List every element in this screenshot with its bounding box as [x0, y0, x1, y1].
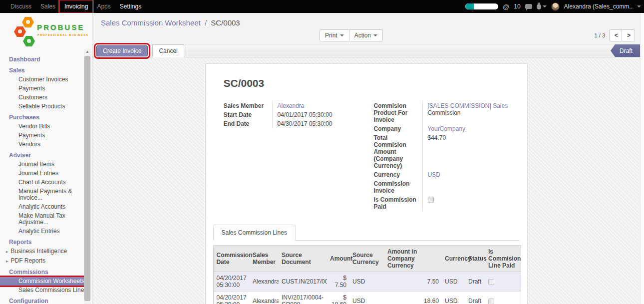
sidebar-item-sales-commissions-lines[interactable]: Sales Commissions Lines	[0, 286, 92, 295]
line-paid-checkbox[interactable]	[488, 299, 494, 304]
sidebar-item-payments[interactable]: Payments	[0, 131, 92, 140]
field-label-company: Company	[374, 124, 422, 133]
field-link-commision-product-for-invoice[interactable]: [SALES COMMISSION] Sales	[428, 102, 508, 109]
activity-at-icon[interactable]: @	[503, 3, 509, 10]
debug-menu[interactable]	[537, 3, 547, 9]
sidebar-item-chart-of-accounts[interactable]: Chart of Accounts	[0, 178, 92, 187]
planner-progressbar[interactable]	[465, 3, 498, 9]
sidebar-item-journal-items[interactable]: Journal Items	[0, 160, 92, 169]
cancel-button[interactable]: Cancel	[152, 44, 184, 57]
logo-hexagon-tool-icon	[23, 36, 35, 46]
action-button[interactable]: Action	[349, 29, 383, 41]
menu-invoicing[interactable]: Invoicing	[60, 0, 92, 12]
cell-amount_company: 7.50	[384, 272, 442, 292]
print-chevron-icon	[340, 34, 344, 38]
column-header-source-currency[interactable]: Source Currency	[349, 246, 384, 272]
field-label-total-commision-amount-company-currency: Total Commision Amount (Company Currency…	[374, 133, 422, 170]
field-value-commision-product-for-invoice: [SALES COMMISSION] Sales Commission	[422, 101, 509, 124]
column-header-status[interactable]: Status	[465, 246, 485, 272]
form-sheet: SC/0003 Sales MemberAlexandraStart Date0…	[205, 63, 528, 304]
sidebar-item-payments[interactable]: Payments	[0, 84, 92, 93]
sidebar-item-business-intelligence[interactable]: ▸Business Intelligence	[0, 247, 92, 256]
pager-next-button[interactable]: >	[622, 29, 635, 41]
avatar[interactable]	[551, 2, 560, 11]
sidebar-item-label: Manual Payments & Invoice...	[18, 188, 72, 201]
pager-previous-button[interactable]: <	[609, 29, 622, 41]
checkbox-is-commission-paid[interactable]	[428, 197, 434, 203]
sidebar-item-make-manual-tax-adjustme[interactable]: Make Manual Tax Adjustme...	[0, 212, 92, 227]
table-row[interactable]: 04/20/2017 05:30:00AlexandraINV/2017/000…	[213, 292, 521, 304]
menu-apps[interactable]: Apps	[92, 0, 115, 12]
user-menu[interactable]: Alexandra (Sales_comm..	[564, 3, 633, 10]
field-link-company[interactable]: YourCompany	[428, 125, 466, 132]
sidebar-item-label: Purchases	[9, 114, 39, 121]
page-scrollbar[interactable]	[640, 13, 644, 304]
field-value-sales-member: Alexandra	[272, 101, 359, 110]
logo-hexagon-search-icon	[14, 26, 26, 37]
sidebar-item-label: Sales Commissions Lines	[18, 287, 87, 294]
breadcrumb: Sales Commission Worksheet / SC/0003	[92, 13, 640, 28]
field-label-commission-invoice: Commission Invoice	[374, 179, 422, 195]
messages-icon[interactable]	[525, 4, 532, 9]
cell-source: CUST.IN/2017/0001	[279, 272, 327, 292]
menu-discuss[interactable]: Discuss	[6, 0, 36, 12]
cell-source_currency: USD	[349, 272, 384, 292]
sidebar-item-customers[interactable]: Customers	[0, 93, 92, 102]
sidebar-item-vendor-bills[interactable]: Vendor Bills	[0, 122, 92, 131]
tab-sales-commission-lines[interactable]: Sales Commission Lines	[213, 225, 296, 241]
sidebar-item-vendors[interactable]: Vendors	[0, 140, 92, 149]
column-header-source-document[interactable]: Source Document	[279, 246, 327, 272]
cell-paid	[485, 272, 521, 292]
sidebar-scrollbar[interactable]: ▲	[84, 49, 91, 304]
breadcrumb-current: SC/0003	[211, 18, 240, 27]
sidebar-item-pdf-reports[interactable]: ▸PDF Reports	[0, 257, 92, 266]
action-chevron-icon	[373, 34, 377, 38]
field-label-sales-member: Sales Member	[224, 101, 272, 110]
sidebar-scrollbar-thumb[interactable]	[84, 56, 90, 301]
sidebar-item-customer-invoices[interactable]: Customer Invoices	[0, 75, 92, 84]
column-header-currency[interactable]: Currency	[442, 246, 465, 272]
sidebar-item-analytic-accounts[interactable]: Analytic Accounts	[0, 203, 92, 211]
column-header-amount[interactable]: Amount	[327, 246, 349, 272]
cell-currency: USD	[442, 292, 465, 304]
column-header-is-commision-line-paid[interactable]: Is Commision Line Paid	[485, 246, 521, 272]
field-link-currency[interactable]: USD	[428, 171, 440, 178]
cell-amount: $ 18.60	[327, 292, 349, 304]
activity-count[interactable]: 10	[514, 3, 520, 10]
user-menu-chevron-icon[interactable]	[637, 5, 641, 9]
actions-row: Print Action 1 / 3 < >	[92, 28, 640, 44]
sidebar-item-label: Customer Invoices	[18, 76, 68, 83]
cell-status: Draft	[465, 292, 485, 304]
cell-status: Draft	[465, 272, 485, 292]
column-header-sales-member[interactable]: Sales Member	[250, 246, 279, 272]
field-label-is-commission-paid: Is Commission Paid	[374, 195, 422, 211]
sidebar-item-label: Payments	[18, 132, 45, 139]
field-label-end-date: End Date	[224, 119, 272, 128]
table-row[interactable]: 04/20/2017 05:30:00AlexandraCUST.IN/2017…	[213, 272, 521, 292]
bug-icon[interactable]	[537, 4, 541, 9]
line-paid-checkbox[interactable]	[488, 279, 494, 285]
menu-sales[interactable]: Sales	[36, 0, 60, 12]
field-value-total-commision-amount-company-currency: $44.70	[422, 133, 509, 170]
sidebar-section-commissions: Commissions	[0, 268, 92, 277]
sidebar-item-journal-entries[interactable]: Journal Entries	[0, 169, 92, 178]
field-groups: Sales MemberAlexandraStart Date04/01/201…	[224, 101, 509, 211]
print-button[interactable]: Print	[320, 29, 349, 41]
menu-settings[interactable]: Settings	[115, 0, 146, 12]
scroll-up-arrow-icon[interactable]: ▲	[84, 49, 91, 55]
sidebar-item-manual-payments-invoice[interactable]: Manual Payments & Invoice...	[0, 187, 92, 202]
statusbar: Create Invoice Cancel Draft	[92, 44, 640, 57]
column-header-commission-date[interactable]: Commission Date	[213, 246, 250, 272]
sidebar-item-sellable-products[interactable]: Sellable Products	[0, 102, 92, 111]
field-link-sales-member[interactable]: Alexandra	[278, 102, 305, 109]
sidebar-item-commission-worksheets[interactable]: Commission Worksheets	[0, 277, 86, 286]
breadcrumb-parent-link[interactable]: Sales Commission Worksheet	[101, 18, 201, 27]
record-title: SC/0003	[224, 77, 517, 89]
chevron-down-icon	[543, 5, 547, 9]
column-header-amount-in-company-currency[interactable]: Amount in Company Currency	[384, 246, 442, 272]
create-invoice-button[interactable]: Create Invoice	[96, 45, 148, 56]
sidebar-item-label: Commission Worksheets	[18, 278, 84, 285]
sidebar-item-analytic-entries[interactable]: Analytic Entries	[0, 227, 92, 236]
sidebar-section-reports: Reports	[0, 238, 92, 247]
sidebar-item-label: Payments	[18, 85, 45, 92]
